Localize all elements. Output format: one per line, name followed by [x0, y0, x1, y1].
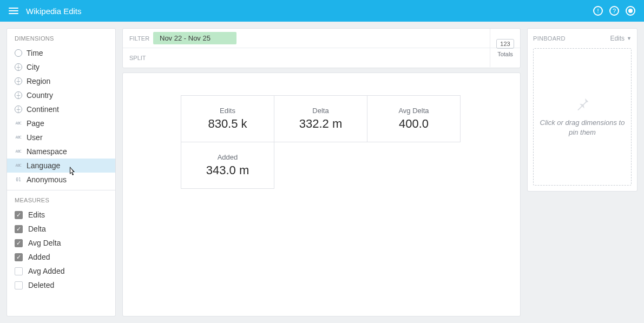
clock-icon: [15, 49, 22, 57]
target-icon[interactable]: [626, 6, 635, 16]
dimension-label: Time: [27, 49, 43, 57]
measure-item-avg-delta[interactable]: Avg Delta: [7, 236, 115, 250]
filter-chip-time[interactable]: Nov 22 - Nov 25: [153, 32, 236, 44]
measure-label: Deleted: [28, 281, 54, 289]
abc-icon: ABC: [15, 162, 22, 169]
totals-toggle[interactable]: 123 Totals: [490, 29, 520, 67]
binary-icon: 01: [15, 176, 22, 183]
pinboard-card: PINBOARD Edits ▼ Click or drag dimension…: [527, 28, 638, 192]
dimension-item-user[interactable]: ABCUser: [7, 130, 115, 144]
help-icon[interactable]: ?: [609, 6, 619, 16]
dimensions-heading: DIMENSIONS: [7, 29, 115, 46]
app-shell: DIMENSIONS Time┼City┼Region┼Country┼Cont…: [0, 22, 644, 323]
dimension-label: Page: [27, 119, 44, 128]
globe-icon: ┼: [15, 91, 22, 99]
total-card-edits[interactable]: Edits830.5 k: [181, 95, 274, 142]
split-row[interactable]: SPLIT: [123, 48, 520, 68]
card-value: 400.0: [399, 117, 429, 131]
dimension-item-time[interactable]: Time: [7, 46, 115, 60]
checkbox-icon: [15, 239, 23, 247]
card-value: 343.0 m: [206, 163, 249, 177]
checkbox-icon: [15, 225, 23, 233]
checkbox-icon: [15, 281, 23, 289]
visualization-canvas: Edits830.5 kDelta332.2 mAvg Delta400.0Ad…: [122, 72, 521, 317]
globe-icon: ┼: [15, 106, 22, 113]
measure-item-edits[interactable]: Edits: [7, 208, 115, 222]
measure-item-avg-added[interactable]: Avg Added: [7, 264, 115, 278]
checkbox-icon: [15, 253, 23, 261]
pinboard-panel: PINBOARD Edits ▼ Click or drag dimension…: [527, 28, 638, 317]
pin-icon: [574, 96, 590, 113]
measure-label: Delta: [28, 225, 46, 233]
dimension-label: Language: [27, 161, 60, 170]
abc-icon: ABC: [15, 120, 22, 127]
measure-label: Avg Delta: [28, 239, 61, 247]
measures-list: EditsDeltaAvg DeltaAddedAvg AddedDeleted: [7, 208, 115, 300]
checkbox-icon: [15, 211, 23, 219]
dimension-item-anonymous[interactable]: 01Anonymous: [7, 173, 115, 187]
measure-item-deleted[interactable]: Deleted: [7, 278, 115, 292]
total-card-added[interactable]: Added343.0 m: [181, 142, 274, 189]
header-icons: ! ?: [593, 6, 635, 16]
dimension-item-continent[interactable]: ┼Continent: [7, 102, 115, 116]
measure-item-delta[interactable]: Delta: [7, 222, 115, 236]
dimensions-list: Time┼City┼Region┼Country┼ContinentABCPag…: [7, 46, 115, 187]
checkbox-icon: [15, 267, 23, 275]
split-label: SPLIT: [123, 55, 153, 61]
total-card-avg-delta[interactable]: Avg Delta400.0: [367, 95, 461, 142]
card-value: 332.2 m: [299, 117, 343, 131]
dimension-label: City: [27, 63, 40, 71]
chevron-down-icon: ▼: [627, 36, 632, 41]
sidebar: DIMENSIONS Time┼City┼Region┼Country┼Cont…: [6, 28, 116, 317]
card-label: Edits: [220, 107, 235, 115]
card-value: 830.5 k: [208, 117, 247, 131]
filter-row: FILTER Nov 22 - Nov 25 123 Totals: [123, 29, 520, 48]
globe-icon: ┼: [15, 63, 22, 71]
pinboard-measure-dropdown[interactable]: Edits ▼: [610, 35, 632, 42]
card-label: Added: [218, 153, 238, 161]
dimension-item-city[interactable]: ┼City: [7, 60, 115, 74]
center-panel: FILTER Nov 22 - Nov 25 123 Totals SPLIT …: [122, 28, 521, 317]
filter-split-bar: FILTER Nov 22 - Nov 25 123 Totals SPLIT: [122, 28, 521, 68]
dimension-item-language[interactable]: ABCLanguage: [7, 159, 115, 173]
measure-label: Avg Added: [28, 267, 64, 275]
dimension-label: Anonymous: [27, 175, 67, 184]
card-label: Delta: [312, 107, 328, 115]
dimension-label: User: [27, 133, 43, 142]
app-title: Wikipedia Edits: [26, 6, 82, 16]
abc-icon: ABC: [15, 148, 22, 155]
measures-heading: MEASURES: [7, 190, 115, 208]
totals-label: Totals: [497, 51, 513, 57]
measure-label: Added: [28, 253, 50, 261]
abc-icon: ABC: [15, 134, 22, 141]
totals-cards: Edits830.5 kDelta332.2 mAvg Delta400.0Ad…: [181, 96, 461, 189]
top-bar: Wikipedia Edits ! ?: [0, 0, 644, 22]
alert-icon[interactable]: !: [593, 6, 603, 16]
dimension-label: Country: [27, 91, 53, 100]
pinboard-title: PINBOARD: [533, 35, 566, 42]
measure-item-added[interactable]: Added: [7, 250, 115, 264]
dimension-item-namespace[interactable]: ABCNamespace: [7, 144, 115, 159]
pinboard-dropdown-label: Edits: [610, 35, 625, 42]
filter-label: FILTER: [123, 35, 153, 42]
dimension-label: Continent: [27, 105, 59, 114]
dimension-item-page[interactable]: ABCPage: [7, 116, 115, 130]
pinboard-dropzone[interactable]: Click or drag dimensions to pin them: [533, 48, 632, 186]
pinboard-header: PINBOARD Edits ▼: [533, 29, 632, 48]
dimension-item-region[interactable]: ┼Region: [7, 74, 115, 88]
dimension-label: Region: [27, 77, 50, 85]
pinboard-placeholder: Click or drag dimensions to pin them: [534, 118, 631, 137]
menu-icon[interactable]: [9, 8, 18, 14]
globe-icon: ┼: [15, 77, 22, 85]
card-label: Avg Delta: [398, 107, 429, 115]
totals-badge: 123: [496, 39, 514, 49]
dimension-label: Namespace: [27, 147, 67, 156]
measure-label: Edits: [28, 210, 45, 219]
total-card-delta[interactable]: Delta332.2 m: [274, 95, 367, 142]
dimension-item-country[interactable]: ┼Country: [7, 88, 115, 102]
